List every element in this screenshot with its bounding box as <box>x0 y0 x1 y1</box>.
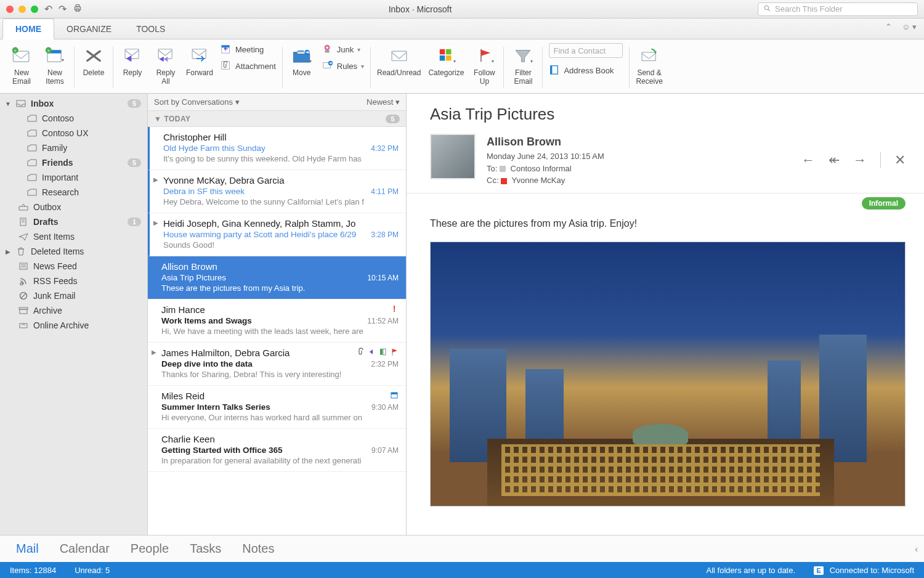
reply-all-button[interactable]: Reply All <box>153 43 179 86</box>
sidebar-subfolder[interactable]: Friends5 <box>0 155 147 170</box>
main-area: ▼ Inbox 5 ContosoContoso UXFamilyFriends… <box>0 94 924 535</box>
thread-chevron-icon[interactable]: ▶ <box>153 176 158 183</box>
message-item[interactable]: Christopher Hill4:32 PMOld Hyde Farm thi… <box>148 127 406 170</box>
svg-line-47 <box>21 293 26 298</box>
nav-calendar[interactable]: Calendar <box>60 542 110 556</box>
collapse-ribbon-icon[interactable]: ⌃ <box>885 22 892 31</box>
junk-icon <box>18 291 28 300</box>
tab-tools[interactable]: TOOLS <box>124 19 177 39</box>
attachment-button[interactable]: Attachment <box>221 60 276 73</box>
move-button[interactable]: ▾ Move <box>289 43 315 78</box>
new-items-button[interactable]: +▾ New Items <box>42 43 68 86</box>
chevron-down-icon[interactable]: ▼ <box>5 100 11 107</box>
sort-button[interactable]: Sort by Conversations ▾ <box>154 97 240 107</box>
sender-avatar <box>430 134 476 179</box>
message-item[interactable]: Allison Brown10:15 AMAsia Trip PicturesT… <box>148 256 406 299</box>
tab-home[interactable]: HOME <box>2 18 54 39</box>
delete-button[interactable]: Delete <box>81 43 107 78</box>
chevron-right-icon[interactable]: ▶ <box>5 248 11 255</box>
nav-notes[interactable]: Notes <box>242 542 274 556</box>
send-receive-button[interactable]: Send & Receive <box>636 43 662 86</box>
message-item[interactable]: Charlie Keen9:07 AMGetting Started with … <box>148 429 406 472</box>
close-window-icon[interactable] <box>6 6 14 13</box>
reply-arrow-icon[interactable]: ← <box>801 152 815 168</box>
svg-text:▾: ▾ <box>62 57 64 63</box>
order-button[interactable]: Newest ▾ <box>367 97 400 107</box>
nav-mail[interactable]: Mail <box>16 542 39 556</box>
rules-button[interactable]: Rules▾ <box>322 60 364 73</box>
nav-people[interactable]: People <box>131 542 169 556</box>
address-book-button[interactable]: Address Book <box>549 64 623 77</box>
forward-arrow-icon[interactable]: → <box>853 152 867 168</box>
message-item[interactable]: ▶Heidi Joseph, Gina Kennedy, Ralph Stamm… <box>148 213 406 256</box>
thread-chevron-icon[interactable]: ▶ <box>152 349 156 356</box>
reply-all-arrow-icon[interactable]: ↞ <box>829 152 840 168</box>
sidebar-item-deleted-items[interactable]: ▶Deleted Items <box>0 244 147 259</box>
junk-button[interactable]: Junk▾ <box>322 43 364 56</box>
zoom-window-icon[interactable] <box>31 6 38 13</box>
message-from: Allison Brown <box>161 261 399 272</box>
attachment-icon <box>221 60 232 73</box>
message-time: 2:32 PM <box>371 360 399 368</box>
reply-button[interactable]: Reply <box>120 43 145 78</box>
message-item[interactable]: ▶James Halmilton, Debra Garcia2:32 PMDee… <box>148 343 406 386</box>
message-subject: Work Items and Swags <box>161 316 399 325</box>
search-folder-input[interactable]: Search This Folder <box>758 2 918 16</box>
undo-icon[interactable]: ↶ <box>44 3 52 15</box>
sidebar-subfolder[interactable]: Research <box>0 185 147 200</box>
redo-icon[interactable]: ↷ <box>59 3 67 15</box>
move-label: Move <box>293 69 310 78</box>
categorize-button[interactable]: ▾ Categorize <box>428 43 464 78</box>
sidebar-item-sent-items[interactable]: Sent Items <box>0 229 147 244</box>
find-contact-input[interactable]: Find a Contact <box>549 43 623 58</box>
new-email-button[interactable]: + New Email <box>9 43 34 86</box>
svg-text:▾: ▾ <box>453 59 456 64</box>
category-pill[interactable]: Informal <box>862 197 906 210</box>
sidebar-item-archive[interactable]: Archive <box>0 303 147 318</box>
message-item[interactable]: !Jim Hance11:52 AMWork Items and SwagsHi… <box>148 299 406 343</box>
sidebar-item-online-archive[interactable]: Online Archive <box>0 318 147 333</box>
message-time: 4:11 PM <box>371 187 399 196</box>
close-icon[interactable]: ✕ <box>894 152 906 168</box>
sidebar-item-junk-email[interactable]: Junk Email <box>0 288 147 303</box>
follow-up-button[interactable]: ▾ Follow Up <box>471 43 497 86</box>
read-unread-button[interactable]: Read/Unread <box>377 43 421 78</box>
filter-label: Filter Email <box>514 69 532 86</box>
meeting-button[interactable]: Meeting <box>221 43 276 56</box>
status-connection: E Connected to: Microsoft <box>814 566 914 575</box>
print-icon[interactable] <box>73 3 83 15</box>
delete-label: Delete <box>83 69 105 78</box>
sidebar-item-inbox[interactable]: ▼ Inbox 5 <box>0 96 147 111</box>
sidebar-item-news-feed[interactable]: News Feed <box>0 259 147 274</box>
svg-line-4 <box>768 9 770 11</box>
svg-text:▾: ▾ <box>309 59 312 64</box>
archive-icon <box>18 306 28 315</box>
sidebar-subfolder[interactable]: Important <box>0 170 147 185</box>
sidebar-item-drafts[interactable]: Drafts1 <box>0 214 147 229</box>
categorize-icon: ▾ <box>434 44 458 67</box>
message-item[interactable]: ▶Yvonne McKay, Debra Garcia4:11 PMDebra … <box>148 170 406 213</box>
collapse-nav-icon[interactable]: ‹ <box>915 544 918 554</box>
sidebar-subfolder[interactable]: Contoso UX <box>0 126 147 140</box>
message-time: 10:15 AM <box>367 274 399 282</box>
tab-organize[interactable]: ORGANIZE <box>54 19 124 39</box>
svg-rect-1 <box>76 4 79 6</box>
thread-chevron-icon[interactable]: ▶ <box>153 219 158 226</box>
sidebar-item-rss-feeds[interactable]: RSS Feeds <box>0 274 147 288</box>
new-items-label: New Items <box>46 69 63 86</box>
sidebar-item-outbox[interactable]: Outbox <box>0 200 147 214</box>
sidebar-subfolder[interactable]: Family <box>0 140 147 155</box>
svg-rect-56 <box>391 393 397 394</box>
smiley-feedback-icon[interactable]: ☺ ▾ <box>902 22 917 31</box>
day-header-today[interactable]: ▼ TODAY 5 <box>148 111 406 127</box>
inbox-icon <box>16 99 26 108</box>
filter-email-button[interactable]: ▾ Filter Email <box>510 43 536 86</box>
nav-tasks[interactable]: Tasks <box>190 542 221 556</box>
message-preview: Hey Debra, Welcome to the sunny Californ… <box>163 197 399 206</box>
message-item[interactable]: Miles Reid9:30 AMSummer Intern Talks Ser… <box>148 386 406 429</box>
svg-rect-39 <box>642 52 655 61</box>
minimize-window-icon[interactable] <box>18 6 26 13</box>
forward-button[interactable]: Forward <box>186 43 213 78</box>
send-receive-icon <box>638 44 661 67</box>
sidebar-subfolder[interactable]: Contoso <box>0 111 147 126</box>
